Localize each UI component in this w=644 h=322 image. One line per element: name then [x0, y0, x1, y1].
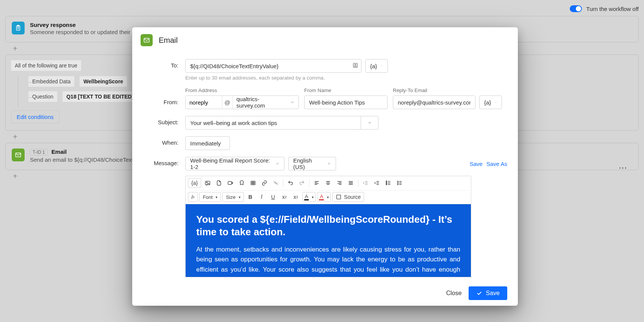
bold-icon[interactable]: B [245, 192, 255, 202]
link-icon[interactable] [259, 178, 269, 188]
superscript-icon[interactable]: x2 [291, 192, 301, 202]
modal-footer: Close Save [132, 281, 518, 306]
to-piped-text-button[interactable]: {a} [365, 59, 388, 73]
indent-icon[interactable] [372, 178, 382, 188]
source-button[interactable]: Source [332, 192, 364, 202]
message-label: Message: [132, 157, 185, 166]
svg-rect-16 [337, 195, 341, 199]
to-hint: Enter up to 30 email addresses, each sep… [185, 75, 507, 81]
font-select[interactable]: Font▾ [199, 192, 221, 202]
unordered-list-icon[interactable] [395, 178, 405, 188]
reply-to-label: Reply-To Email [393, 88, 507, 93]
svg-text:3: 3 [386, 183, 387, 185]
align-justify-icon[interactable] [346, 178, 356, 188]
from-domain-select[interactable]: qualtrics-survey.com [233, 96, 299, 109]
rich-text-editor: {a} Ω [185, 176, 471, 277]
subject-label: Subject: [132, 116, 185, 125]
italic-icon[interactable]: I [257, 192, 267, 202]
size-select[interactable]: Size▾ [222, 192, 244, 202]
message-template-select[interactable]: Well-Being Email Report Score: 1-2 [185, 157, 284, 170]
message-save-link[interactable]: Save [470, 161, 483, 167]
piped-text-button[interactable]: {a} [188, 178, 201, 188]
text-color-select[interactable]: A▾ [302, 192, 316, 202]
image-icon[interactable] [203, 178, 213, 188]
message-language-select[interactable]: English (US) [288, 157, 336, 170]
undo-icon[interactable] [286, 178, 295, 188]
unlink-icon[interactable] [271, 178, 281, 188]
svg-point-7 [206, 182, 208, 183]
to-label: To: [132, 59, 185, 69]
save-button[interactable]: Save [469, 286, 507, 300]
redo-icon[interactable] [297, 178, 307, 188]
reply-piped-text-button[interactable]: {a} [479, 95, 502, 109]
message-save-as-link[interactable]: Save As [486, 161, 507, 167]
reply-to-input[interactable] [393, 95, 475, 109]
email-modal: Email To: {a} [132, 27, 518, 306]
when-label: When: [132, 136, 185, 146]
ordered-list-icon[interactable]: 123 [383, 178, 393, 188]
file-icon[interactable] [214, 178, 224, 188]
from-local-input[interactable] [186, 96, 222, 109]
subject-input[interactable] [185, 116, 361, 130]
editor-toolbar: {a} Ω [186, 176, 471, 204]
svg-rect-9 [251, 181, 255, 184]
clear-format-icon[interactable]: Ix [188, 192, 198, 202]
message-paragraph: At the moment, setbacks and inconvenienc… [196, 245, 460, 277]
align-left-icon[interactable] [312, 178, 322, 188]
modal-backdrop: Email To: {a} [0, 0, 644, 322]
svg-rect-8 [228, 181, 231, 184]
at-sign: @ [222, 96, 233, 109]
from-name-label: From Name [304, 88, 388, 93]
align-right-icon[interactable] [335, 178, 344, 188]
contact-picker-icon[interactable] [352, 63, 358, 70]
when-select[interactable]: Immediately [185, 136, 230, 150]
subscript-icon[interactable]: x2 [280, 192, 289, 202]
from-label: From: [132, 88, 185, 105]
omega-icon[interactable]: Ω [237, 178, 247, 188]
modal-header: Email [132, 27, 518, 49]
svg-point-13 [397, 181, 398, 182]
editor-content[interactable]: You scored a ${e://Field/WellbeingScoreR… [186, 204, 471, 277]
mail-icon [141, 34, 153, 46]
bg-color-select[interactable]: A▾ [317, 192, 331, 202]
svg-point-15 [397, 184, 398, 185]
close-button[interactable]: Close [446, 290, 462, 297]
svg-point-14 [397, 183, 398, 183]
align-center-icon[interactable] [323, 178, 333, 188]
outdent-icon[interactable] [361, 178, 370, 188]
from-name-input[interactable] [304, 95, 388, 109]
svg-point-5 [355, 64, 356, 66]
subject-dropdown-button[interactable] [361, 116, 378, 130]
underline-icon[interactable]: U [268, 192, 278, 202]
modal-title: Email [159, 36, 178, 45]
message-heading: You scored a ${e://Field/WellbeingScoreR… [196, 213, 460, 238]
to-input[interactable] [185, 59, 361, 73]
video-icon[interactable] [225, 178, 235, 188]
table-icon[interactable] [248, 178, 258, 188]
from-address-field[interactable]: @ qualtrics-survey.com [185, 95, 299, 109]
from-address-label: From Address [185, 88, 299, 93]
